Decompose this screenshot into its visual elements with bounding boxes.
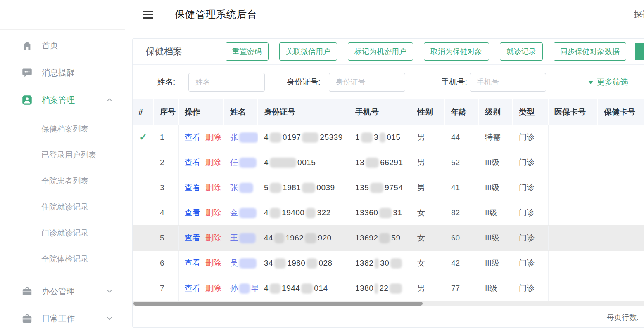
view-link[interactable]: 查看 xyxy=(185,132,200,143)
cell-insurance xyxy=(549,226,598,250)
table-row[interactable]: 2查看删除任400151366291男52III级门诊 xyxy=(133,150,644,175)
patient-name-link[interactable]: 任 xyxy=(230,157,258,168)
sidebar-item-outpatient-records[interactable]: 门诊就诊记录 xyxy=(0,220,125,246)
sidebar-item-label: 档案管理 xyxy=(42,94,75,106)
table-footer: 每页行数: 15 1-15 xyxy=(133,306,644,328)
cell-ops: 查看删除 xyxy=(179,251,224,276)
view-link[interactable]: 查看 xyxy=(185,258,200,269)
sidebar-item-physical-exam-records[interactable]: 全院体检记录 xyxy=(0,246,125,272)
patient-name-link[interactable]: 张 xyxy=(230,132,258,143)
topbar-right-action[interactable]: 探视 xyxy=(634,9,644,20)
cell-age: 77 xyxy=(445,276,479,301)
sidebar-item-all-patients[interactable]: 全院患者列表 xyxy=(0,168,125,194)
column-header-phone: 手机号 xyxy=(349,99,411,125)
visit-records-button[interactable]: 就诊记录 xyxy=(500,42,543,61)
scrollbar-thumb[interactable] xyxy=(133,302,423,306)
cell-check[interactable] xyxy=(133,150,154,175)
redacted-block xyxy=(305,233,316,243)
sidebar-subitem-label: 住院就诊记录 xyxy=(41,202,88,212)
patient-name-link[interactable]: 王 xyxy=(230,233,257,243)
view-link[interactable]: 查看 xyxy=(185,233,200,243)
patient-name-link[interactable]: 孙早 xyxy=(230,283,258,294)
sidebar-item-messages[interactable]: 消息提醒 xyxy=(0,59,125,86)
delete-link[interactable]: 删除 xyxy=(205,233,221,243)
visible-text: 金 xyxy=(230,208,238,217)
visible-text: 0197 xyxy=(283,133,301,142)
delete-link[interactable]: 删除 xyxy=(205,157,221,168)
sidebar-item-health-archive-list[interactable]: 保健档案列表 xyxy=(0,116,125,142)
cell-age: 52 xyxy=(445,150,479,175)
table-row[interactable]: 7查看删除孙早41944014138022男77II级门诊 xyxy=(133,276,644,301)
cell-phone: 138022 xyxy=(349,276,411,301)
patient-name-link[interactable]: 张 xyxy=(230,182,254,193)
cell-ops: 查看删除 xyxy=(179,276,224,301)
cell-check[interactable] xyxy=(133,276,154,301)
delete-link[interactable]: 删除 xyxy=(205,283,221,294)
visible-text: 1380 xyxy=(355,284,373,293)
user-badge-icon xyxy=(21,94,33,106)
table-row[interactable]: 5查看删除王4419629201369259女60III级门诊 xyxy=(133,226,644,251)
sidebar-item-logged-in-users[interactable]: 已登录用户列表 xyxy=(0,142,125,168)
phone-filter-label: 手机号: xyxy=(442,77,467,87)
cell-age: 60 xyxy=(445,226,479,250)
cell-name: 任 xyxy=(224,150,258,175)
sidebar-item-inpatient-records[interactable]: 住院就诊记录 xyxy=(0,194,125,220)
visible-text: 0039 xyxy=(316,183,335,192)
check-icon: ✓ xyxy=(139,132,147,143)
cell-gender: 女 xyxy=(411,251,445,276)
cell-check[interactable] xyxy=(133,226,154,250)
name-filter-input[interactable] xyxy=(188,73,265,92)
filter-row: 姓名:身份证号:手机号:更多筛选 xyxy=(133,64,644,99)
sidebar-item-archives[interactable]: 档案管理 xyxy=(0,86,125,113)
cell-type: 门诊 xyxy=(513,125,549,150)
delete-link[interactable]: 删除 xyxy=(205,182,221,193)
hamburger-menu-icon[interactable] xyxy=(143,9,153,21)
sidebar-subitem-label: 全院患者列表 xyxy=(41,176,88,186)
phone-filter-input[interactable] xyxy=(470,73,546,92)
view-link[interactable]: 查看 xyxy=(185,283,200,294)
sidebar-item-home[interactable]: 首页 xyxy=(0,32,125,59)
cell-check[interactable] xyxy=(133,175,154,200)
redacted-block xyxy=(270,132,281,143)
link-wechat-user-button[interactable]: 关联微信用户 xyxy=(279,42,337,61)
table-row[interactable]: 3查看删除张5198100391359754男41III级门诊 xyxy=(133,175,644,200)
table-row[interactable]: 6查看删除吴341980028138230女42III级门诊 xyxy=(133,251,644,276)
view-link[interactable]: 查看 xyxy=(185,207,200,218)
cancel-health-target-button[interactable]: 取消为保健对象 xyxy=(424,42,489,61)
cell-seq: 6 xyxy=(154,251,179,276)
home-icon xyxy=(21,40,33,51)
delete-link[interactable]: 删除 xyxy=(205,258,221,269)
delete-link[interactable]: 删除 xyxy=(205,207,221,218)
delete-link[interactable]: 删除 xyxy=(205,132,221,143)
sidebar-submenu: 保健档案列表已登录用户列表全院患者列表住院就诊记录门诊就诊记录全院体检记录 xyxy=(0,113,125,278)
patient-name-link[interactable]: 金 xyxy=(230,207,258,218)
view-link[interactable]: 查看 xyxy=(185,182,200,193)
view-link[interactable]: 查看 xyxy=(185,157,200,168)
cell-insurance xyxy=(549,276,598,301)
cell-check[interactable] xyxy=(133,251,154,276)
redacted-block xyxy=(239,233,256,243)
cell-seq: 5 xyxy=(154,226,179,250)
visible-text: 4 xyxy=(264,158,269,167)
table-row[interactable]: 4查看删除金4194003221336031女82II级门诊 xyxy=(133,200,644,226)
redacted-block xyxy=(239,208,257,218)
patient-name-link[interactable]: 吴 xyxy=(230,258,258,269)
cell-check[interactable] xyxy=(133,200,154,225)
briefcase-icon xyxy=(21,313,33,324)
column-header-level: 级别 xyxy=(479,99,513,125)
content-card: 保健档案 重置密码关联微信用户标记为机密用户取消为保健对象就诊记录同步保健对象数… xyxy=(132,38,644,328)
cell-check[interactable]: ✓ xyxy=(133,125,154,150)
redacted-block xyxy=(390,258,402,269)
id-card-filter-input[interactable] xyxy=(329,73,405,92)
mark-confidential-user-button[interactable]: 标记为机密用户 xyxy=(348,42,413,61)
cell-ops: 查看删除 xyxy=(179,150,224,175)
reset-password-button[interactable]: 重置密码 xyxy=(226,42,269,61)
sidebar-item-daily-work[interactable]: 日常工作 xyxy=(0,305,125,330)
table-row[interactable]: ✓1查看删除张401972533913015男44特需门诊 xyxy=(133,125,644,150)
more-filters-toggle[interactable]: 更多筛选 xyxy=(588,77,628,87)
sync-health-target-data-button[interactable]: 同步保健对象数据 xyxy=(554,42,626,61)
column-header-id: 身份证号 xyxy=(258,99,349,125)
sidebar-item-office[interactable]: 办公管理 xyxy=(0,278,125,305)
redacted-block xyxy=(379,208,392,218)
overflow-action-button[interactable] xyxy=(635,43,644,60)
